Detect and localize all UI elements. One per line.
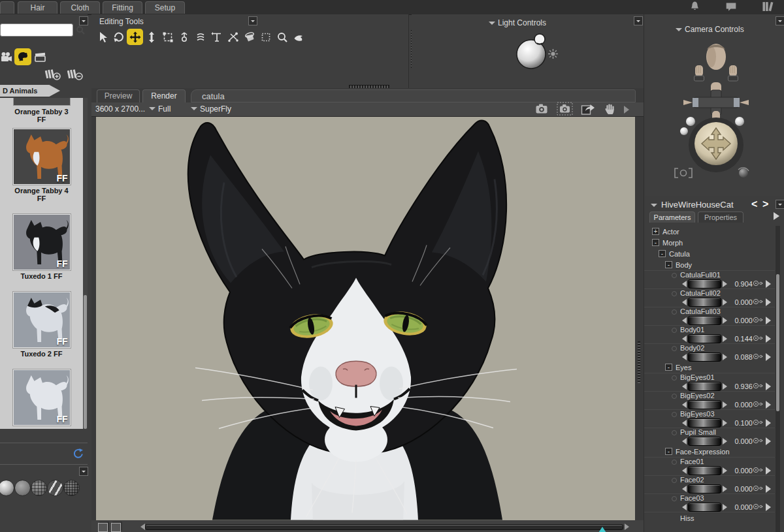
room-tab-cloth[interactable]: Cloth — [60, 1, 100, 14]
dial-settings-icon[interactable] — [753, 279, 764, 289]
slider-increase-arrow[interactable] — [723, 281, 730, 287]
tab-parameters[interactable]: Parameters — [649, 211, 695, 223]
render-camera-icon[interactable] — [535, 102, 549, 117]
dial-expand-arrow[interactable] — [766, 419, 775, 427]
expand-chevron-icon[interactable] — [624, 106, 633, 114]
slider-increase-arrow[interactable] — [723, 383, 730, 390]
tab-render[interactable]: Render — [142, 89, 186, 102]
library-books-icon[interactable] — [762, 1, 776, 14]
tab-properties[interactable]: Properties — [698, 211, 743, 223]
slider-increase-arrow[interactable] — [723, 354, 730, 360]
slider-decrease-arrow[interactable] — [679, 354, 687, 360]
dial-settings-icon[interactable] — [753, 503, 764, 512]
search-icon[interactable] — [76, 25, 86, 37]
dial-expand-arrow[interactable] — [766, 437, 775, 445]
slider-increase-arrow[interactable] — [723, 486, 730, 492]
materials-palette-icon[interactable] — [14, 48, 31, 65]
library-item[interactable]: FFTuxedo 1 FF — [13, 214, 71, 280]
scrub-track[interactable] — [145, 524, 623, 530]
tab-overflow-arrow[interactable] — [774, 212, 783, 220]
room-tab-partial[interactable] — [0, 1, 14, 14]
translate-in-out-tool-icon[interactable] — [143, 29, 159, 45]
dial-settings-icon[interactable] — [753, 466, 764, 476]
library-scrollbar[interactable] — [83, 98, 88, 429]
render-size-dropdown[interactable]: Full — [149, 104, 171, 114]
slider-bar[interactable] — [688, 352, 721, 362]
scrub-left-arrow[interactable] — [137, 524, 145, 530]
group-toggle-button[interactable]: - — [652, 239, 659, 246]
sun-light-icon[interactable] — [547, 48, 559, 61]
slider-bar[interactable] — [688, 466, 721, 475]
slider-increase-arrow[interactable] — [723, 317, 730, 324]
slider-increase-arrow[interactable] — [723, 299, 730, 305]
library-category-tab[interactable]: D Animals — [0, 85, 60, 97]
library-item[interactable]: Orange Tabby 3FF — [13, 98, 71, 123]
dial-expand-arrow[interactable] — [766, 298, 775, 306]
sidebar-panel-menu-button[interactable] — [79, 16, 88, 25]
display-styles-menu-button[interactable] — [79, 467, 88, 476]
slider-bar[interactable] — [688, 437, 721, 446]
slider-increase-arrow[interactable] — [723, 401, 730, 408]
library-thumbnail-partial[interactable] — [13, 98, 71, 106]
room-tab-hair[interactable]: Hair — [18, 1, 57, 14]
remove-library-icon[interactable] — [67, 68, 84, 83]
morphing-tool-tool-icon[interactable] — [225, 29, 241, 45]
slider-increase-arrow[interactable] — [723, 467, 730, 474]
messages-bubble-icon[interactable] — [725, 1, 737, 14]
parameter-value[interactable]: 0.904 — [734, 280, 753, 288]
editing-tools-menu-button[interactable] — [248, 16, 257, 25]
slider-decrease-arrow[interactable] — [679, 420, 687, 426]
dial-expand-arrow[interactable] — [766, 401, 775, 409]
renderer-dropdown[interactable]: SuperFly — [191, 104, 231, 114]
slider-bar[interactable] — [688, 382, 721, 391]
search-input[interactable] — [0, 23, 73, 37]
dial-settings-icon[interactable] — [753, 437, 764, 446]
display-style-wireframe-ball[interactable] — [31, 480, 47, 496]
slider-decrease-arrow[interactable] — [679, 383, 687, 390]
translate-tool-icon[interactable] — [127, 29, 143, 45]
library-thumbnail[interactable]: FF — [13, 214, 71, 270]
slider-bar[interactable] — [688, 298, 721, 307]
group-toggle-button[interactable]: + — [652, 228, 659, 235]
slider-bar[interactable] — [688, 503, 721, 512]
slider-decrease-arrow[interactable] — [679, 486, 687, 492]
slider-decrease-arrow[interactable] — [679, 467, 687, 474]
next-figure-arrow[interactable]: > — [762, 198, 768, 210]
parameter-value[interactable]: 0.144 — [734, 335, 753, 343]
collapse-triangle-icon[interactable] — [651, 204, 657, 210]
animation-camera-icon[interactable] — [0, 52, 12, 65]
slider-decrease-arrow[interactable] — [679, 401, 687, 408]
rotate-tool-icon[interactable] — [110, 29, 127, 45]
render-resolution[interactable]: 3600 x 2700... — [95, 104, 145, 114]
taper-tool-icon[interactable] — [208, 29, 225, 45]
slider-bar[interactable] — [688, 418, 721, 428]
slider-increase-arrow[interactable] — [723, 504, 730, 510]
slider-decrease-arrow[interactable] — [679, 438, 687, 445]
dial-expand-arrow[interactable] — [766, 280, 775, 288]
scrub-right-arrow[interactable] — [625, 524, 632, 530]
camera-controls-widget[interactable] — [664, 39, 768, 195]
dial-settings-icon[interactable] — [753, 484, 764, 494]
slider-decrease-arrow[interactable] — [679, 317, 687, 324]
dial-settings-icon[interactable] — [753, 298, 764, 307]
library-item[interactable]: FFOrange Tabby 4FF — [13, 129, 71, 202]
slider-increase-arrow[interactable] — [723, 336, 730, 342]
window-layout-alt-icon[interactable] — [111, 523, 121, 532]
room-tab-fitting[interactable]: Fitting — [103, 1, 142, 14]
slider-decrease-arrow[interactable] — [679, 504, 687, 510]
window-layout-icon[interactable] — [98, 523, 108, 532]
slider-increase-arrow[interactable] — [723, 420, 730, 426]
parameter-value[interactable]: 0.000 — [734, 317, 753, 324]
dial-settings-icon[interactable] — [753, 418, 764, 428]
slider-bar[interactable] — [688, 400, 721, 409]
camera-controls-menu-button[interactable] — [776, 16, 784, 25]
pan-hand-icon[interactable] — [603, 102, 616, 117]
parameter-value[interactable]: 0.100 — [734, 419, 753, 427]
notifications-bell-icon[interactable] — [689, 1, 700, 14]
display-style-textured-ball[interactable] — [47, 480, 63, 496]
panel-divider-handle[interactable] — [638, 341, 640, 383]
slider-bar[interactable] — [688, 484, 721, 493]
grouping-tool-tool-icon[interactable] — [241, 29, 257, 45]
group-toggle-button[interactable]: - — [665, 261, 672, 268]
light-controls-menu-button[interactable] — [634, 16, 643, 25]
